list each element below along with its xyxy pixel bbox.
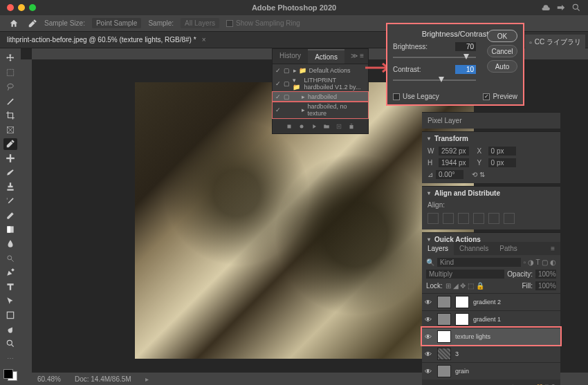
action-item[interactable]: ✓▸hardboiled, no texture — [273, 102, 368, 118]
marquee-tool[interactable] — [3, 67, 17, 79]
new-icon[interactable] — [336, 123, 342, 130]
panel-menu-icon[interactable]: ≡ — [545, 242, 560, 255]
visibility-icon[interactable]: 👁 — [425, 368, 433, 375]
share-icon[interactable] — [556, 3, 566, 12]
sample-size-label: Sample Size: — [44, 19, 85, 27]
actions-panel: History Actions ≫ ≡ ✓▢▸ 📁Default Actions… — [272, 48, 369, 134]
maximize-window[interactable] — [29, 4, 36, 11]
x-field[interactable]: 0 px — [488, 147, 516, 156]
svg-rect-6 — [7, 227, 10, 233]
play-icon[interactable] — [311, 123, 318, 130]
zoom-field[interactable]: 60.48% — [37, 375, 61, 383]
kind-filter[interactable]: Kind — [437, 258, 521, 267]
move-tool[interactable] — [3, 53, 17, 64]
blur-tool[interactable] — [3, 238, 17, 250]
contrast-field[interactable]: 10 — [455, 65, 476, 74]
zoom-tool[interactable] — [3, 338, 17, 350]
eraser-tool[interactable] — [3, 209, 17, 221]
action-item-selected[interactable]: ✓▢▸hardboiled — [273, 92, 368, 102]
lasso-tool[interactable] — [3, 81, 17, 93]
visibility-icon[interactable]: 👁 — [425, 299, 433, 306]
stamp-tool[interactable] — [3, 181, 17, 193]
action-item[interactable]: ✓▢▸ 📁Default Actions — [273, 66, 368, 75]
tab-layers[interactable]: Layers — [422, 242, 454, 255]
type-tool[interactable] — [3, 281, 17, 293]
width-field[interactable]: 2592 px — [439, 147, 469, 156]
minimize-window[interactable] — [18, 4, 25, 11]
cloud-icon[interactable] — [541, 3, 551, 12]
cancel-button[interactable]: Cancel — [487, 45, 517, 57]
brightness-field[interactable]: 70 — [455, 42, 476, 51]
doc-info[interactable]: Doc: 14.4M/86.5M — [75, 375, 131, 383]
brightness-contrast-dialog: Brightness/Contrast Brightness:70 Contra… — [386, 23, 524, 106]
heal-tool[interactable] — [3, 153, 17, 165]
svg-rect-8 — [7, 312, 13, 318]
layer-row[interactable]: 👁3 — [422, 345, 560, 362]
search-icon[interactable] — [571, 3, 581, 12]
sample-size-dropdown[interactable]: Point Sample — [92, 18, 141, 28]
y-field[interactable]: 0 px — [488, 158, 516, 167]
dodge-tool[interactable] — [3, 252, 17, 264]
blend-mode[interactable]: Multiply — [426, 270, 504, 279]
use-legacy-checkbox[interactable]: Use Legacy — [393, 93, 439, 100]
layer-row[interactable]: 👁gradient 2 — [422, 293, 560, 310]
angle-field[interactable]: 0.00° — [436, 170, 463, 179]
color-swatch[interactable] — [3, 369, 17, 381]
visibility-icon[interactable]: 👁 — [425, 316, 433, 323]
edit-toolbar[interactable]: ⋯ — [3, 353, 17, 364]
cc-libraries-button[interactable]: ▫ CC ライブラリ — [525, 35, 585, 50]
svg-rect-1 — [7, 69, 13, 75]
ok-button[interactable]: OK — [487, 30, 517, 42]
record-icon[interactable] — [298, 123, 305, 130]
visibility-icon[interactable]: 👁 — [425, 350, 433, 358]
pen-tool[interactable] — [3, 267, 17, 279]
ruler-vertical[interactable] — [21, 59, 32, 385]
trash-icon[interactable] — [348, 123, 355, 130]
brightness-slider[interactable] — [393, 54, 476, 61]
action-item[interactable]: ✓▢▾ 📁LITHPRINT hardboiled V1.2 by... — [273, 75, 368, 92]
visibility-icon[interactable]: 👁 — [425, 333, 433, 341]
sample-dropdown[interactable]: All Layers — [181, 18, 219, 28]
svg-point-7 — [8, 255, 12, 259]
tab-channels[interactable]: Channels — [454, 242, 494, 255]
show-ring-checkbox[interactable]: Show Sampling Ring — [226, 19, 300, 27]
pixel-layer-label: Pixel Layer — [428, 117, 461, 124]
layer-row-selected[interactable]: 👁texture lights — [422, 328, 560, 345]
home-button[interactable] — [7, 17, 21, 30]
align-header[interactable]: Align and Distribute — [428, 189, 555, 197]
folder-icon[interactable] — [323, 123, 330, 130]
align-buttons[interactable] — [428, 210, 555, 227]
gradient-tool[interactable] — [3, 224, 17, 236]
svg-rect-4 — [10, 154, 11, 162]
history-brush-tool[interactable] — [3, 196, 17, 207]
layer-row[interactable]: 👁gradient 1 — [422, 310, 560, 328]
stop-icon[interactable] — [286, 123, 293, 130]
frame-tool[interactable] — [3, 124, 17, 135]
layer-row[interactable]: 👁grain — [422, 362, 560, 379]
auto-button[interactable]: Auto — [487, 60, 517, 73]
tab-history[interactable]: History — [273, 49, 308, 64]
shape-tool[interactable] — [3, 310, 17, 321]
contrast-label: Contrast: — [393, 66, 455, 73]
eyedropper-icon — [28, 19, 37, 28]
hand-tool[interactable] — [3, 323, 17, 335]
eyedropper-tool[interactable] — [3, 138, 17, 150]
tab-actions[interactable]: Actions — [308, 49, 344, 64]
close-window[interactable] — [7, 4, 14, 11]
brush-tool[interactable] — [3, 167, 17, 178]
contrast-slider[interactable] — [393, 77, 476, 84]
document-tab[interactable]: lithprint-action-before.jpeg @ 60.5% (te… — [7, 36, 205, 44]
opacity-field[interactable]: 100% — [535, 270, 556, 279]
sample-label: Sample: — [148, 19, 174, 27]
tab-paths[interactable]: Paths — [494, 242, 523, 255]
app-title: Adobe Photoshop 2020 — [252, 3, 336, 12]
path-select-tool[interactable] — [3, 295, 17, 307]
preview-checkbox[interactable]: Preview — [483, 93, 517, 100]
wand-tool[interactable] — [3, 95, 17, 107]
svg-point-0 — [573, 4, 578, 9]
fill-field[interactable]: 100% — [535, 281, 556, 290]
height-field[interactable]: 1944 px — [439, 158, 469, 167]
transform-header[interactable]: Transform — [428, 135, 555, 142]
crop-tool[interactable] — [3, 110, 17, 122]
brightness-label: Brightness: — [393, 43, 455, 50]
